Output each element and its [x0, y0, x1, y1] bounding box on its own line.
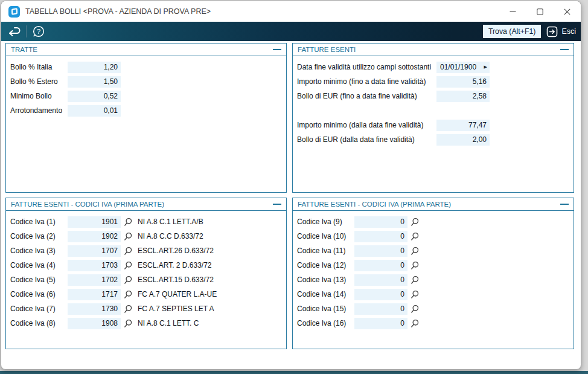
- codice-iva-row: Codice Iva (10)0: [293, 229, 574, 243]
- panel-header: FATTURE ESENTI - CODICI IVA (PRIMA PARTE…: [293, 198, 574, 211]
- magnifier-icon[interactable]: [124, 305, 132, 314]
- codice-iva-row: Codice Iva (5)1702ESCL.ART.15 D.633/72: [6, 272, 286, 287]
- panel-header: FATTURE ESENTI - CODICI IVA (PRIMA PARTE…: [6, 198, 286, 211]
- field-label: Codice Iva (15): [297, 305, 354, 313]
- field-label: Codice Iva (6): [10, 290, 68, 298]
- magnifier-icon[interactable]: [411, 261, 419, 270]
- field-label: Codice Iva (5): [10, 276, 68, 284]
- magnifier-icon[interactable]: [124, 319, 132, 328]
- magnifier-icon[interactable]: [411, 305, 419, 314]
- codice-iva-description: NI A.8 C.1 LETT. C: [138, 319, 199, 327]
- value-input[interactable]: 1,20: [68, 62, 121, 73]
- codice-iva-row: Codice Iva (15)0: [293, 301, 574, 316]
- codice-iva-input[interactable]: 0: [354, 289, 407, 300]
- magnifier-icon[interactable]: [411, 319, 419, 328]
- codice-iva-input[interactable]: 1707: [68, 245, 121, 257]
- field-row: Importo minimo (fino a data fine validit…: [293, 74, 574, 89]
- codice-iva-input[interactable]: 1703: [68, 260, 121, 271]
- magnifier-icon[interactable]: [411, 276, 419, 285]
- field-label: Codice Iva (12): [297, 261, 354, 269]
- help-question-icon: ?: [32, 25, 45, 38]
- exit-button[interactable]: Esci: [546, 26, 576, 37]
- codice-iva-row: Codice Iva (11)0: [293, 243, 574, 258]
- minimize-button[interactable]: [499, 1, 526, 22]
- magnifier-icon[interactable]: [124, 232, 132, 241]
- field-value: 5,16: [473, 77, 487, 86]
- codice-iva-row: Codice Iva (9)0: [293, 214, 574, 229]
- close-button[interactable]: [554, 1, 581, 22]
- codice-iva-input[interactable]: 1730: [68, 303, 121, 315]
- toolbar-divider: [26, 25, 27, 37]
- value-input[interactable]: 0,52: [68, 91, 121, 102]
- help-button[interactable]: ?: [30, 24, 48, 39]
- panel-body: Codice Iva (9)0Codice Iva (10)0Codice Iv…: [293, 211, 574, 330]
- codice-iva-row: Codice Iva (16)0: [293, 316, 574, 330]
- field-row: Arrotondamento0,01: [6, 103, 286, 118]
- minimize-dash-icon[interactable]: [560, 204, 569, 205]
- date-input[interactable]: 01/01/1900▶: [436, 62, 490, 73]
- minimize-dash-icon[interactable]: [273, 49, 281, 50]
- codice-iva-input[interactable]: 0: [354, 303, 407, 315]
- desktop-background: TABELLA BOLLI <PROVA - AZIENDA DI PROVA …: [0, 0, 588, 374]
- maximize-button[interactable]: [526, 1, 554, 22]
- magnifier-icon[interactable]: [124, 290, 132, 299]
- field-value: 0: [400, 305, 404, 313]
- value-input[interactable]: 2,00: [436, 134, 490, 146]
- value-input[interactable]: 2,58: [436, 91, 490, 102]
- value-input[interactable]: 77,47: [436, 120, 490, 131]
- codice-iva-input[interactable]: 0: [354, 216, 407, 228]
- minimize-dash-icon[interactable]: [560, 49, 569, 50]
- panel-fatture-esenti: FATTURE ESENTI Data fine validità utiliz…: [292, 43, 574, 193]
- field-value: 0: [400, 261, 404, 269]
- codice-iva-input[interactable]: 1908: [68, 318, 121, 329]
- magnifier-icon[interactable]: [124, 247, 132, 256]
- field-value: 0: [400, 218, 404, 226]
- magnifier-icon[interactable]: [411, 290, 419, 299]
- value-input[interactable]: 5,16: [436, 76, 490, 88]
- exit-door-arrow-icon: [546, 26, 558, 37]
- field-row: Data fine validità utilizzo campi sottos…: [293, 60, 574, 74]
- field-label: Codice Iva (2): [10, 232, 68, 240]
- value-input[interactable]: 1,50: [68, 76, 121, 88]
- codice-iva-input[interactable]: 1702: [68, 274, 121, 286]
- magnifier-icon[interactable]: [124, 261, 132, 270]
- find-shortcut-badge[interactable]: Trova (Alt+F1): [483, 25, 541, 38]
- magnifier-icon[interactable]: [411, 232, 419, 241]
- back-button[interactable]: [5, 24, 23, 39]
- codice-iva-input[interactable]: 0: [354, 274, 407, 286]
- field-value: 1717: [101, 290, 118, 298]
- panel-codici-iva-right: FATTURE ESENTI - CODICI IVA (PRIMA PARTE…: [292, 198, 574, 349]
- value-input[interactable]: 0,01: [68, 105, 121, 117]
- field-label: Codice Iva (4): [10, 261, 68, 269]
- field-label: Codice Iva (10): [297, 232, 354, 240]
- magnifier-icon[interactable]: [124, 218, 132, 227]
- undo-arrow-icon: [6, 24, 22, 39]
- field-value: 0: [400, 319, 404, 327]
- magnifier-icon[interactable]: [124, 276, 132, 285]
- panel-header: FATTURE ESENTI: [293, 44, 574, 56]
- codice-iva-input[interactable]: 0: [354, 231, 407, 242]
- minimize-dash-icon[interactable]: [273, 204, 281, 205]
- field-value: 1901: [101, 218, 118, 226]
- panel-codici-iva-left: FATTURE ESENTI - CODICI IVA (PRIMA PARTE…: [5, 198, 287, 349]
- codice-iva-input[interactable]: 0: [354, 245, 407, 257]
- field-label: Codice Iva (1): [10, 218, 68, 226]
- date-picker-arrow-icon[interactable]: ▶: [484, 65, 487, 69]
- field-row: Minimo Bollo0,52: [6, 89, 286, 103]
- field-label: Minimo Bollo: [10, 92, 68, 100]
- field-label: Importo minimo (dalla data fine validità…: [297, 121, 436, 129]
- codice-iva-input[interactable]: 1902: [68, 231, 121, 242]
- app-window: TABELLA BOLLI <PROVA - AZIENDA DI PROVA …: [1, 1, 581, 370]
- codice-iva-input[interactable]: 1717: [68, 289, 121, 300]
- field-value: 1902: [101, 232, 118, 240]
- field-value: 1703: [101, 261, 118, 269]
- svg-text:?: ?: [37, 28, 40, 35]
- magnifier-icon[interactable]: [411, 247, 419, 256]
- codice-iva-input[interactable]: 0: [354, 318, 407, 329]
- codice-iva-input[interactable]: 0: [354, 260, 407, 271]
- panel-title: TRATTE: [11, 46, 37, 53]
- magnifier-icon[interactable]: [411, 218, 419, 227]
- codice-iva-input[interactable]: 1901: [68, 216, 121, 228]
- codice-iva-row: Codice Iva (13)0: [293, 272, 574, 287]
- field-label: Codice Iva (3): [10, 247, 68, 255]
